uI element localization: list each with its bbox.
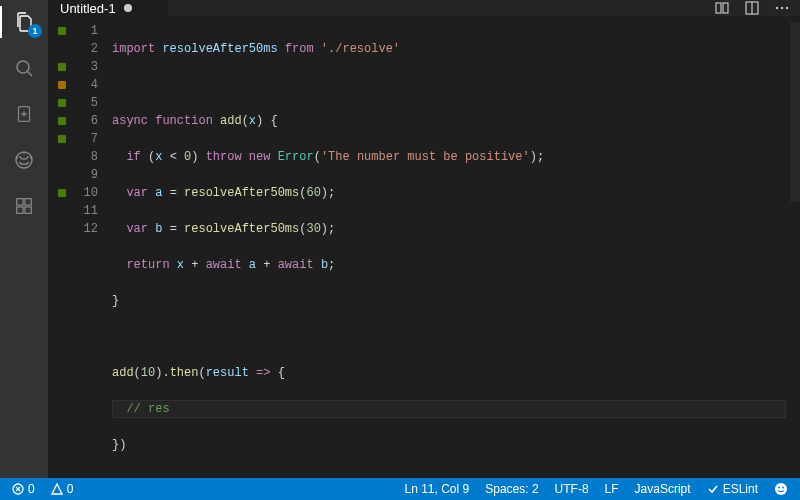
svg-point-0 xyxy=(17,61,29,73)
extensions-icon[interactable] xyxy=(10,192,38,220)
compare-changes-icon[interactable] xyxy=(714,0,730,16)
svg-rect-5 xyxy=(25,207,31,213)
code-editor[interactable]: 1 2 3 4 5 6 7 8 9 10 11 12 import resolv… xyxy=(48,16,800,490)
svg-point-11 xyxy=(781,7,783,9)
split-editor-icon[interactable] xyxy=(744,0,760,16)
svg-rect-7 xyxy=(716,3,721,13)
more-actions-icon[interactable] xyxy=(774,0,790,16)
svg-point-12 xyxy=(786,7,788,9)
tab-bar: Untitled-1 xyxy=(48,0,800,16)
explorer-icon[interactable]: 1 xyxy=(10,8,38,36)
code-content[interactable]: import resolveAfter50ms from './resolve'… xyxy=(112,16,786,490)
debug-icon[interactable] xyxy=(10,146,38,174)
svg-rect-8 xyxy=(723,3,728,13)
search-icon[interactable] xyxy=(10,54,38,82)
activity-bar: 1 xyxy=(0,0,48,478)
svg-rect-3 xyxy=(17,199,23,205)
svg-rect-6 xyxy=(25,199,31,205)
svg-point-2 xyxy=(16,152,32,168)
tab-dirty-indicator-icon xyxy=(124,4,132,12)
source-control-icon[interactable] xyxy=(10,100,38,128)
line-number-gutter: 1 2 3 4 5 6 7 8 9 10 11 12 xyxy=(48,16,112,490)
svg-rect-4 xyxy=(17,207,23,213)
tab-untitled-1[interactable]: Untitled-1 xyxy=(48,0,168,16)
minimap[interactable] xyxy=(786,16,800,490)
tab-actions xyxy=(704,0,800,16)
tab-title: Untitled-1 xyxy=(60,1,116,16)
svg-point-10 xyxy=(776,7,778,9)
explorer-badge: 1 xyxy=(28,24,42,38)
status-errors[interactable]: 0 xyxy=(8,478,39,500)
editor-area: Untitled-1 1 2 3 4 5 xyxy=(48,0,800,478)
